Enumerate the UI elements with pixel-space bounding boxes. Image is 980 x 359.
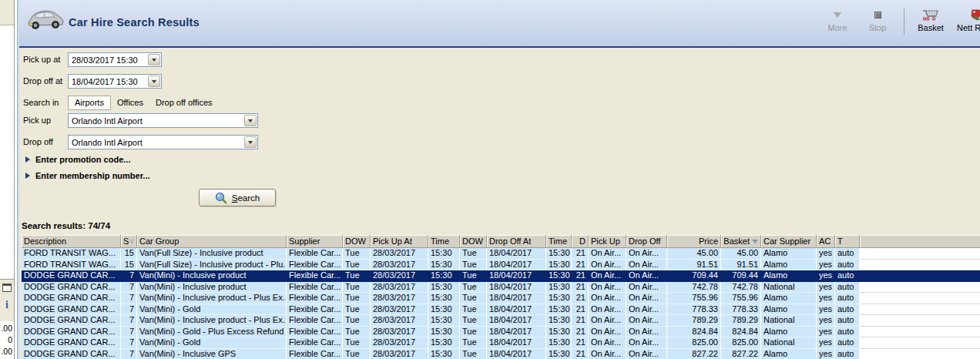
cell-car-supplier: Alamo	[761, 248, 817, 260]
column-header-pick-up[interactable]: Pick Up	[589, 235, 626, 248]
cell-dow: Tue	[460, 293, 487, 304]
cell-pick-up: On Air...	[589, 349, 626, 359]
cell-price: 755.96	[667, 293, 721, 304]
cell-car-group: Van(Mini) - Inclusive product - Plus Ex.…	[137, 293, 287, 304]
cell-car-group: Van(Mini) - Gold	[137, 304, 287, 316]
column-header-time[interactable]: Time	[428, 235, 460, 248]
column-header-supplier[interactable]: Supplier	[287, 235, 343, 248]
search-icon	[215, 192, 227, 204]
info-icon[interactable]: i	[0, 299, 14, 311]
cell-price: 778.33	[667, 304, 721, 316]
cell-time: 15:30	[546, 315, 572, 327]
dropdown-arrow-icon[interactable]	[244, 136, 257, 148]
window-icon[interactable]	[2, 284, 12, 292]
more-button[interactable]: More	[822, 8, 853, 32]
dropoff-at-combobox[interactable]: 18/04/2017 15:30	[68, 74, 162, 89]
column-header-time[interactable]: Time	[546, 235, 572, 248]
column-header-ac[interactable]: AC	[817, 235, 835, 248]
cell-car-group: Van(Mini) - Gold - Plus Excess Refund	[137, 327, 287, 338]
cell-s: 7	[121, 293, 137, 304]
cell-dow: Tue	[343, 337, 371, 349]
chevron-down-icon	[834, 8, 841, 22]
table-row[interactable]: FORD TRANSIT WAG...15Van(Full Size) - In…	[22, 260, 980, 271]
column-header-description[interactable]: Description	[22, 235, 121, 248]
cell-car-group: Van(Full Size) - Inclusive product	[137, 248, 287, 260]
column-header-pick-up-at[interactable]: Pick Up At	[371, 235, 428, 248]
table-row[interactable]: DODGE GRAND CAR...7Van(Mini) - GoldFlexi…	[22, 304, 980, 316]
tab-offices[interactable]: Offices	[111, 96, 149, 109]
dropdown-arrow-icon[interactable]	[148, 75, 160, 87]
cell-pick-up: On Air...	[589, 282, 626, 294]
pickup-at-combobox[interactable]: 28/03/2017 15:30	[68, 52, 162, 67]
table-row[interactable]: DODGE GRAND CAR...7Van(Mini) - Inclusive…	[22, 282, 980, 294]
cell-basket: 742.78	[721, 282, 761, 294]
dropoff-at-label: Drop off at	[23, 74, 62, 89]
dropoff-location-combobox[interactable]: Orlando Intl Airport	[68, 135, 258, 149]
cell-s: 15	[121, 248, 137, 260]
column-header-label: D	[579, 237, 586, 246]
dropoff-label: Drop off	[23, 135, 53, 149]
cell-pick-up-at: 28/03/2017	[371, 282, 428, 294]
cell-car-supplier: Alamo	[761, 349, 817, 359]
cell-s: 7	[121, 304, 137, 316]
column-header-label: Basket	[723, 237, 750, 246]
cell-dow: Tue	[343, 260, 371, 271]
column-header-label: Car Group	[139, 237, 179, 246]
table-row[interactable]: DODGE GRAND CAR...7Van(Mini) - Gold - Pl…	[22, 327, 980, 338]
column-header-s[interactable]: S	[121, 235, 137, 248]
cell-drop-off-at: 18/04/2017	[487, 260, 546, 271]
cell-basket: 45.00	[721, 248, 761, 260]
stop-button[interactable]: Stop	[862, 8, 893, 32]
column-header-label: T	[837, 237, 843, 246]
table-row[interactable]: DODGE GRAND CAR...7Van(Mini) - Inclusive…	[22, 315, 980, 327]
search-button[interactable]: Search	[199, 189, 276, 206]
column-header-dow[interactable]: DOW	[460, 235, 487, 248]
row-filler	[860, 248, 980, 260]
row-filler	[860, 327, 980, 338]
cell-description: DODGE GRAND CAR...	[22, 293, 121, 304]
dropdown-arrow-icon[interactable]	[244, 115, 257, 126]
left-panel-value: 0	[0, 334, 14, 345]
column-header-d[interactable]: D	[572, 235, 589, 248]
expander-arrow-icon	[25, 156, 30, 163]
column-header-car-group[interactable]: Car Group	[137, 235, 287, 248]
promotion-code-expander[interactable]: Enter promotion code...	[25, 155, 130, 164]
column-header-t[interactable]: T	[835, 235, 860, 248]
cell-supplier: Flexible Car...	[287, 270, 343, 282]
column-header-drop-off[interactable]: Drop Off	[626, 235, 667, 248]
basket-button[interactable]: Basket	[915, 8, 946, 32]
column-header-basket[interactable]: Basket	[721, 235, 761, 248]
pickup-at-value: 28/03/2017 15:30	[69, 55, 148, 65]
car-hire-panel: Car Hire Search Results More Stop	[19, 0, 980, 359]
panel-header: Car Hire Search Results More Stop	[19, 0, 980, 48]
table-row[interactable]: DODGE GRAND CAR...7Van(Mini) - Inclusive…	[22, 270, 980, 282]
column-header-price[interactable]: Price	[667, 235, 721, 248]
column-header-car-supplier[interactable]: Car Supplier	[761, 235, 817, 248]
table-row[interactable]: FORD TRANSIT WAG...15Van(Full Size) - In…	[22, 248, 980, 260]
cell-d: 21	[572, 282, 589, 294]
dropdown-arrow-icon[interactable]	[148, 54, 160, 65]
table-row[interactable]: DODGE GRAND CAR...7Van(Mini) - Inclusive…	[22, 349, 980, 359]
table-row[interactable]: DODGE GRAND CAR...7Van(Mini) - Inclusive…	[22, 293, 980, 304]
membership-number-expander[interactable]: Enter membership number...	[25, 171, 150, 180]
filter-icon[interactable]	[130, 238, 134, 245]
cell-s: 7	[121, 282, 137, 294]
cell-drop-off-at: 18/04/2017	[487, 304, 546, 316]
nett-rates-button[interactable]: Nett Rates	[955, 8, 980, 32]
cell-supplier: Flexible Car...	[287, 293, 343, 304]
column-header-drop-off-at[interactable]: Drop Off At	[487, 235, 546, 248]
search-button-label: Search	[232, 193, 260, 203]
left-panel-value: .00	[0, 346, 14, 357]
pickup-location-combobox[interactable]: Orlando Intl Airport	[68, 113, 258, 128]
tab-airports[interactable]: Airports	[68, 96, 111, 110]
cell-d: 21	[572, 337, 589, 349]
cell-description: FORD TRANSIT WAG...	[22, 260, 121, 271]
column-header-dow[interactable]: DOW	[343, 235, 371, 248]
cell-dow: Tue	[460, 349, 487, 359]
nett-rates-icon	[970, 8, 980, 22]
tab-drop-off-offices[interactable]: Drop off offices	[149, 96, 219, 109]
table-row[interactable]: DODGE GRAND CAR...7Van(Mini) - GoldFlexi…	[22, 337, 980, 349]
cell-dow: Tue	[343, 315, 371, 327]
cell-basket: 824.84	[721, 327, 761, 338]
cell-car-supplier: National	[761, 315, 817, 327]
